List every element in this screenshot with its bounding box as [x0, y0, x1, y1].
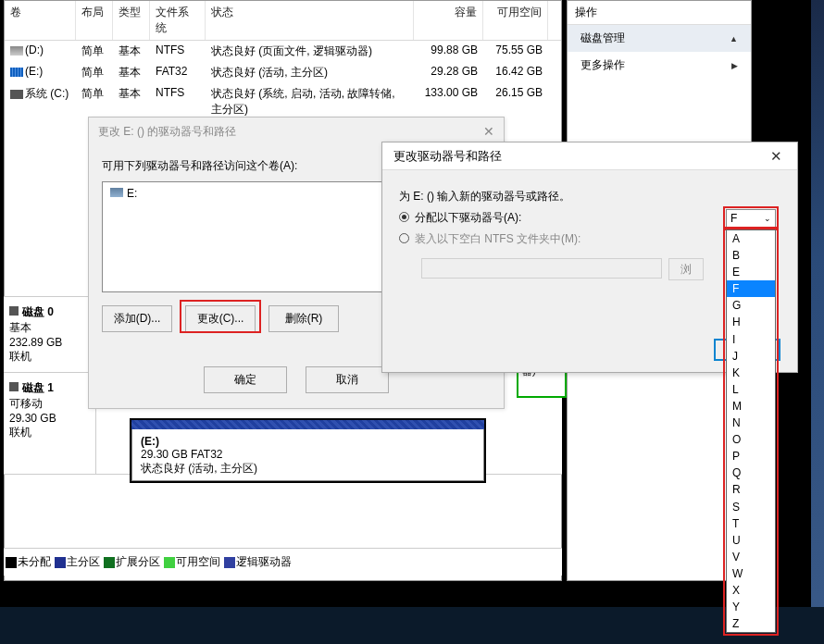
legend-unalloc: 未分配 — [18, 555, 51, 568]
cell-layout: 简单 — [76, 42, 113, 61]
drive-option-A[interactable]: A — [727, 230, 775, 247]
drive-option-U[interactable]: U — [727, 532, 775, 549]
drive-letter-select[interactable]: F ⌄ — [726, 209, 776, 228]
assign-letter-option[interactable]: 分配以下驱动器号(A): — [399, 210, 780, 226]
cell-capacity: 99.88 GB — [414, 42, 483, 61]
col-layout[interactable]: 布局 — [76, 1, 113, 40]
col-type[interactable]: 类型 — [113, 1, 150, 40]
drive-option-V[interactable]: V — [727, 549, 775, 565]
mount-path-input — [421, 258, 662, 279]
drive-option-J[interactable]: J — [727, 348, 775, 365]
drive-option-F[interactable]: F — [727, 280, 775, 297]
legend-extended: 扩展分区 — [116, 555, 160, 568]
assign-label: 分配以下驱动器号(A): — [415, 211, 521, 224]
col-capacity[interactable]: 容量 — [414, 1, 483, 40]
remove-button[interactable]: 删除(R) — [268, 305, 339, 332]
drive-option-N[interactable]: N — [727, 415, 775, 431]
drive-option-M[interactable]: M — [727, 398, 775, 415]
drive-option-S[interactable]: S — [727, 499, 775, 515]
cell-free: 75.55 GB — [483, 42, 548, 61]
cell-vol: (E:) — [25, 65, 43, 78]
legend-swatch-unalloc — [6, 557, 17, 568]
legend-primary: 主分区 — [67, 555, 100, 568]
col-status[interactable]: 状态 — [206, 1, 414, 40]
cell-type: 基本 — [113, 84, 150, 119]
legend: 未分配 主分区 扩展分区 可用空间 逻辑驱动器 — [4, 548, 562, 576]
cancel-button[interactable]: 取消 — [306, 366, 389, 393]
actions-disk-management[interactable]: 磁盘管理 ▲ — [568, 25, 751, 52]
drive-option-T[interactable]: T — [727, 515, 775, 532]
partition-size: 29.30 GB FAT32 — [141, 448, 475, 461]
disk-1-status: 联机 — [9, 425, 90, 440]
actions-title: 操作 — [568, 1, 751, 25]
legend-free: 可用空间 — [176, 555, 220, 568]
disk-0-type: 基本 — [9, 320, 90, 336]
disk-0-title: 磁盘 0 — [22, 305, 54, 318]
legend-swatch-extended — [104, 557, 115, 568]
cell-layout: 简单 — [76, 63, 113, 82]
radio-on-icon — [399, 212, 409, 222]
ok-button[interactable]: 确定 — [204, 366, 287, 393]
drive-letter-dropdown[interactable]: ABEFGHIJKLMNOPQRSTUVWXYZ — [726, 229, 776, 633]
cell-vol: 系统 (C:) — [25, 87, 69, 100]
cell-capacity: 29.28 GB — [414, 63, 483, 82]
drive-option-X[interactable]: X — [727, 582, 775, 599]
disk-0-label[interactable]: 磁盘 0 基本 232.89 GB 联机 — [4, 297, 96, 372]
close-icon[interactable]: ✕ — [763, 146, 790, 167]
col-free[interactable]: 可用空间 — [483, 1, 548, 40]
mount-label: 装入以下空白 NTFS 文件夹中(M): — [415, 232, 581, 245]
legend-swatch-free — [164, 557, 175, 568]
add-button[interactable]: 添加(D)... — [102, 305, 172, 332]
drive-option-P[interactable]: P — [727, 448, 775, 464]
dialog2-title: 更改驱动器号和路径 — [393, 148, 502, 165]
disk-1-type: 可移动 — [9, 396, 90, 412]
disk-icon — [9, 306, 19, 316]
col-volume[interactable]: 卷 — [5, 1, 76, 40]
drive-option-R[interactable]: R — [727, 481, 775, 498]
table-row[interactable]: (D:) 简单 基本 NTFS 状态良好 (页面文件, 逻辑驱动器) 99.88… — [5, 41, 561, 62]
drive-option-Q[interactable]: Q — [727, 464, 775, 481]
disk-1-title: 磁盘 1 — [22, 381, 54, 394]
mount-folder-option[interactable]: 装入以下空白 NTFS 文件夹中(M): — [399, 231, 780, 247]
legend-swatch-logical — [224, 557, 235, 568]
table-row[interactable]: (E:) 简单 基本 FAT32 状态良好 (活动, 主分区) 29.28 GB… — [5, 62, 561, 83]
drive-option-W[interactable]: W — [727, 565, 775, 582]
close-icon[interactable]: ✕ — [483, 124, 494, 139]
drive-icon — [110, 188, 123, 197]
cell-fs: NTFS — [150, 84, 206, 119]
volume-table-header: 卷 布局 类型 文件系统 状态 容量 可用空间 — [5, 1, 561, 41]
drive-option-G[interactable]: G — [727, 297, 775, 314]
drive-option-O[interactable]: O — [727, 431, 775, 448]
partition-name: (E:) — [141, 435, 475, 448]
table-row[interactable]: 系统 (C:) 简单 基本 NTFS 状态良好 (系统, 启动, 活动, 故障转… — [5, 83, 561, 120]
cell-free: 26.15 GB — [483, 84, 548, 119]
partition-status: 状态良好 (活动, 主分区) — [141, 461, 475, 477]
drive-option-Y[interactable]: Y — [727, 599, 775, 615]
drive-option-B[interactable]: B — [727, 247, 775, 264]
disk-0-size: 232.89 GB — [9, 336, 90, 349]
chevron-down-icon: ⌄ — [764, 214, 771, 223]
drive-option-Z[interactable]: Z — [727, 615, 775, 632]
cell-status: 状态良好 (页面文件, 逻辑驱动器) — [206, 42, 414, 61]
actions-more[interactable]: 更多操作 ▶ — [568, 52, 751, 79]
volume-icon — [10, 68, 23, 77]
drive-option-L[interactable]: L — [727, 381, 775, 398]
drive-entry: E: — [127, 187, 137, 200]
disk-1-label[interactable]: 磁盘 1 可移动 29.30 GB 联机 — [4, 373, 96, 474]
disk-0-status: 联机 — [9, 349, 90, 365]
cell-type: 基本 — [113, 42, 150, 61]
drive-option-K[interactable]: K — [727, 365, 775, 381]
dialog2-intro: 为 E: () 输入新的驱动器号或路径。 — [399, 189, 780, 204]
cell-fs: NTFS — [150, 42, 206, 61]
legend-logical: 逻辑驱动器 — [236, 555, 292, 568]
legend-swatch-primary — [55, 557, 66, 568]
cell-free: 16.42 GB — [483, 63, 548, 82]
drive-option-I[interactable]: I — [727, 331, 775, 348]
drive-option-H[interactable]: H — [727, 314, 775, 330]
partition-e[interactable]: (E:) 29.30 GB FAT32 状态良好 (活动, 主分区) — [130, 418, 486, 483]
col-filesystem[interactable]: 文件系统 — [150, 1, 206, 40]
drive-option-E[interactable]: E — [727, 264, 775, 280]
volume-table-body: (D:) 简单 基本 NTFS 状态良好 (页面文件, 逻辑驱动器) 99.88… — [5, 41, 561, 120]
radio-off-icon — [399, 233, 409, 243]
cell-fs: FAT32 — [150, 63, 206, 82]
